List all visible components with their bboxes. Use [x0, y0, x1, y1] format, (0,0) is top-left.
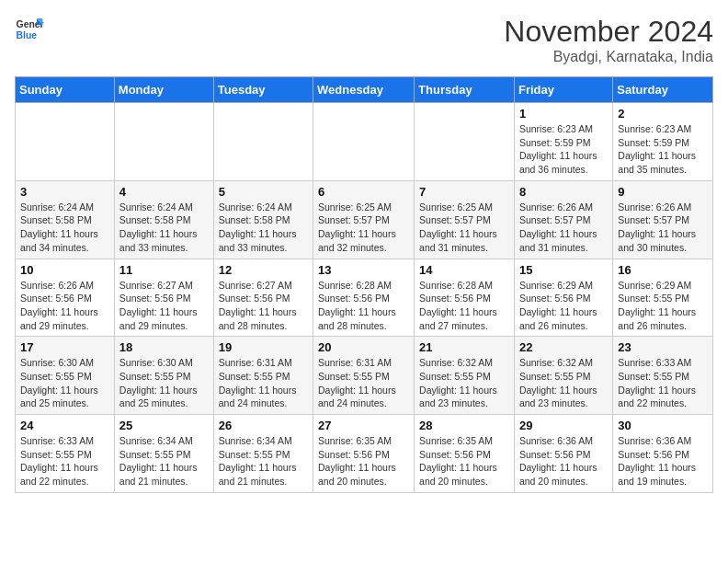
day-info: Sunrise: 6:26 AM Sunset: 5:56 PM Dayligh…: [20, 279, 109, 333]
day-info: Sunrise: 6:32 AM Sunset: 5:55 PM Dayligh…: [419, 356, 509, 410]
weekday-header: Saturday: [613, 77, 713, 103]
day-number: 8: [519, 185, 608, 199]
day-info: Sunrise: 6:27 AM Sunset: 5:56 PM Dayligh…: [119, 279, 209, 333]
day-number: 27: [318, 419, 409, 432]
day-info: Sunrise: 6:36 AM Sunset: 5:56 PM Dayligh…: [618, 434, 708, 488]
day-info: Sunrise: 6:23 AM Sunset: 5:59 PM Dayligh…: [519, 122, 608, 177]
day-info: Sunrise: 6:29 AM Sunset: 5:56 PM Dayligh…: [519, 279, 608, 333]
day-number: 11: [119, 263, 209, 277]
weekday-header: Monday: [114, 77, 213, 103]
calendar-cell: 5Sunrise: 6:24 AM Sunset: 5:58 PM Daylig…: [213, 180, 313, 259]
day-info: Sunrise: 6:24 AM Sunset: 5:58 PM Dayligh…: [20, 201, 109, 255]
day-number: 29: [519, 419, 608, 432]
day-info: Sunrise: 6:35 AM Sunset: 5:56 PM Dayligh…: [318, 434, 409, 488]
calendar-cell: 18Sunrise: 6:30 AM Sunset: 5:55 PM Dayli…: [114, 337, 213, 415]
day-info: Sunrise: 6:30 AM Sunset: 5:55 PM Dayligh…: [20, 356, 109, 410]
calendar-cell: 6Sunrise: 6:25 AM Sunset: 5:57 PM Daylig…: [313, 180, 415, 259]
calendar-week-row: 1Sunrise: 6:23 AM Sunset: 5:59 PM Daylig…: [16, 103, 713, 181]
day-info: Sunrise: 6:26 AM Sunset: 5:57 PM Dayligh…: [519, 201, 608, 255]
calendar-cell: 2Sunrise: 6:23 AM Sunset: 5:59 PM Daylig…: [613, 103, 713, 181]
calendar-cell: [16, 103, 115, 181]
calendar-cell: 21Sunrise: 6:32 AM Sunset: 5:55 PM Dayli…: [415, 337, 515, 415]
location: Byadgi, Karnataka, India: [504, 49, 713, 65]
day-number: 18: [119, 340, 209, 354]
day-number: 21: [419, 340, 509, 354]
calendar-body: 1Sunrise: 6:23 AM Sunset: 5:59 PM Daylig…: [16, 103, 713, 493]
day-info: Sunrise: 6:25 AM Sunset: 5:57 PM Dayligh…: [419, 201, 509, 255]
logo-icon: General Blue: [15, 15, 44, 44]
day-info: Sunrise: 6:23 AM Sunset: 5:59 PM Dayligh…: [618, 122, 708, 177]
day-info: Sunrise: 6:28 AM Sunset: 5:56 PM Dayligh…: [419, 279, 509, 333]
calendar-cell: 9Sunrise: 6:26 AM Sunset: 5:57 PM Daylig…: [613, 180, 713, 259]
calendar-cell: 7Sunrise: 6:25 AM Sunset: 5:57 PM Daylig…: [415, 180, 515, 259]
calendar-week-row: 3Sunrise: 6:24 AM Sunset: 5:58 PM Daylig…: [16, 180, 713, 259]
calendar-cell: 15Sunrise: 6:29 AM Sunset: 5:56 PM Dayli…: [514, 259, 612, 337]
day-number: 25: [119, 419, 209, 432]
day-number: 12: [219, 263, 308, 277]
svg-text:Blue: Blue: [17, 30, 38, 40]
page-header: General Blue November 2024 Byadgi, Karna…: [15, 15, 713, 65]
calendar-cell: 13Sunrise: 6:28 AM Sunset: 5:56 PM Dayli…: [313, 259, 415, 337]
calendar-cell: 25Sunrise: 6:34 AM Sunset: 5:55 PM Dayli…: [114, 415, 213, 493]
day-info: Sunrise: 6:24 AM Sunset: 5:58 PM Dayligh…: [119, 201, 209, 255]
weekday-header: Friday: [514, 77, 612, 103]
day-info: Sunrise: 6:28 AM Sunset: 5:56 PM Dayligh…: [318, 279, 409, 333]
day-number: 3: [20, 185, 109, 199]
day-number: 5: [219, 185, 308, 199]
day-info: Sunrise: 6:35 AM Sunset: 5:56 PM Dayligh…: [419, 434, 509, 488]
calendar-cell: 8Sunrise: 6:26 AM Sunset: 5:57 PM Daylig…: [514, 180, 612, 259]
calendar-cell: 4Sunrise: 6:24 AM Sunset: 5:58 PM Daylig…: [114, 180, 213, 259]
day-number: 30: [618, 419, 708, 432]
day-info: Sunrise: 6:33 AM Sunset: 5:55 PM Dayligh…: [20, 434, 109, 488]
calendar-week-row: 24Sunrise: 6:33 AM Sunset: 5:55 PM Dayli…: [16, 415, 713, 493]
day-info: Sunrise: 6:25 AM Sunset: 5:57 PM Dayligh…: [318, 201, 409, 255]
day-info: Sunrise: 6:31 AM Sunset: 5:55 PM Dayligh…: [219, 356, 308, 410]
day-number: 4: [119, 185, 209, 199]
day-info: Sunrise: 6:31 AM Sunset: 5:55 PM Dayligh…: [318, 356, 409, 410]
day-number: 13: [318, 263, 409, 277]
calendar-cell: 11Sunrise: 6:27 AM Sunset: 5:56 PM Dayli…: [114, 259, 213, 337]
calendar-cell: 29Sunrise: 6:36 AM Sunset: 5:56 PM Dayli…: [514, 415, 612, 493]
calendar-cell: 14Sunrise: 6:28 AM Sunset: 5:56 PM Dayli…: [415, 259, 515, 337]
weekday-header: Sunday: [16, 77, 115, 103]
day-info: Sunrise: 6:32 AM Sunset: 5:55 PM Dayligh…: [519, 356, 608, 410]
calendar-cell: [213, 103, 313, 181]
month-title: November 2024: [504, 15, 713, 49]
calendar-cell: 27Sunrise: 6:35 AM Sunset: 5:56 PM Dayli…: [313, 415, 415, 493]
calendar-cell: [114, 103, 213, 181]
calendar-cell: 24Sunrise: 6:33 AM Sunset: 5:55 PM Dayli…: [16, 415, 115, 493]
calendar-cell: 30Sunrise: 6:36 AM Sunset: 5:56 PM Dayli…: [613, 415, 713, 493]
day-number: 2: [618, 107, 708, 121]
weekday-header: Tuesday: [213, 77, 313, 103]
calendar-cell: 22Sunrise: 6:32 AM Sunset: 5:55 PM Dayli…: [514, 337, 612, 415]
day-number: 14: [419, 263, 509, 277]
day-number: 1: [519, 107, 608, 121]
day-info: Sunrise: 6:36 AM Sunset: 5:56 PM Dayligh…: [519, 434, 608, 488]
calendar-cell: 19Sunrise: 6:31 AM Sunset: 5:55 PM Dayli…: [213, 337, 313, 415]
weekday-header-row: SundayMondayTuesdayWednesdayThursdayFrid…: [16, 77, 713, 103]
day-info: Sunrise: 6:30 AM Sunset: 5:55 PM Dayligh…: [119, 356, 209, 410]
day-number: 22: [519, 340, 608, 354]
calendar-cell: 20Sunrise: 6:31 AM Sunset: 5:55 PM Dayli…: [313, 337, 415, 415]
day-number: 24: [20, 419, 109, 432]
calendar-cell: 16Sunrise: 6:29 AM Sunset: 5:55 PM Dayli…: [613, 259, 713, 337]
day-number: 19: [219, 340, 308, 354]
logo: General Blue: [15, 15, 44, 44]
day-number: 6: [318, 185, 409, 199]
day-number: 9: [618, 185, 708, 199]
weekday-header: Thursday: [415, 77, 515, 103]
calendar-cell: [313, 103, 415, 181]
day-info: Sunrise: 6:24 AM Sunset: 5:58 PM Dayligh…: [219, 201, 308, 255]
day-number: 15: [519, 263, 608, 277]
calendar-table: SundayMondayTuesdayWednesdayThursdayFrid…: [15, 76, 713, 493]
calendar-cell: 28Sunrise: 6:35 AM Sunset: 5:56 PM Dayli…: [415, 415, 515, 493]
calendar-cell: 1Sunrise: 6:23 AM Sunset: 5:59 PM Daylig…: [514, 103, 612, 181]
day-number: 16: [618, 263, 708, 277]
day-info: Sunrise: 6:34 AM Sunset: 5:55 PM Dayligh…: [219, 434, 308, 488]
day-number: 23: [618, 340, 708, 354]
day-number: 10: [20, 263, 109, 277]
title-block: November 2024 Byadgi, Karnataka, India: [504, 15, 713, 65]
calendar-week-row: 17Sunrise: 6:30 AM Sunset: 5:55 PM Dayli…: [16, 337, 713, 415]
day-number: 28: [419, 419, 509, 432]
day-number: 26: [219, 419, 308, 432]
